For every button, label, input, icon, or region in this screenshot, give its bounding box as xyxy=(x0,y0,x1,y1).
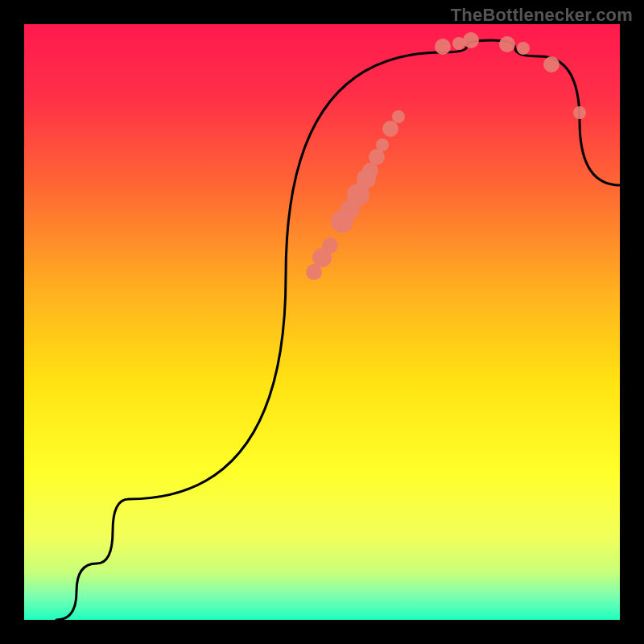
chart-container: TheBottlenecker.com xyxy=(0,0,644,644)
data-marker xyxy=(382,121,398,137)
data-marker xyxy=(322,237,338,254)
watermark-text: TheBottlenecker.com xyxy=(451,5,633,26)
data-marker xyxy=(392,110,405,123)
data-marker xyxy=(463,32,479,48)
data-marker xyxy=(499,36,515,52)
data-marker xyxy=(376,138,389,151)
bottleneck-chart xyxy=(0,0,644,644)
data-marker xyxy=(362,163,378,179)
data-marker xyxy=(517,42,530,55)
data-marker xyxy=(435,39,451,55)
data-marker xyxy=(543,56,559,72)
data-marker xyxy=(573,106,586,119)
